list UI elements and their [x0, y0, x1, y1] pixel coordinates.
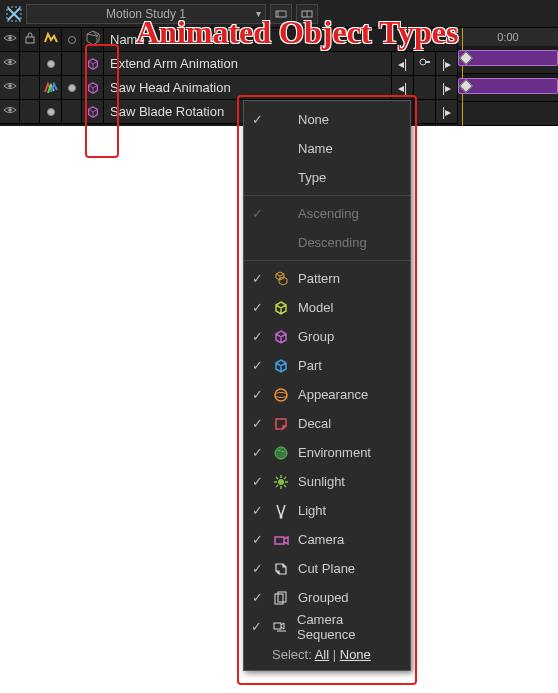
check-icon: ✓: [250, 329, 264, 344]
check-icon: ✓: [250, 358, 264, 373]
chevron-down-icon: ▾: [256, 8, 261, 19]
visibility-header-icon[interactable]: [3, 31, 17, 48]
toolbar: Motion Study 1 ▾: [0, 0, 558, 28]
name-column-header[interactable]: Name: [104, 28, 458, 51]
menu-item-label: Light: [298, 503, 326, 518]
motion-study-dropdown[interactable]: Motion Study 1 ▾: [26, 4, 266, 24]
menu-item-label: Camera: [298, 532, 344, 547]
menu-separator: [244, 260, 410, 261]
svg-line-21: [284, 485, 286, 487]
svg-point-14: [275, 447, 287, 459]
track-name[interactable]: Extend Arm Animation: [104, 52, 392, 75]
svg-rect-9: [425, 61, 430, 63]
svg-point-12: [275, 389, 287, 401]
visibility-icon[interactable]: [3, 55, 17, 72]
menu-item-label: Name: [298, 141, 333, 156]
menu-filter-decal[interactable]: ✓ Decal: [244, 409, 410, 438]
key-icon[interactable]: [419, 56, 431, 71]
check-icon: ✓: [250, 271, 264, 286]
playhead[interactable]: [462, 28, 463, 126]
svg-point-15: [278, 479, 284, 485]
menu-item-label: Type: [298, 170, 326, 185]
menu-filter-pattern[interactable]: ✓ Pattern: [244, 264, 410, 293]
svg-point-24: [280, 515, 283, 518]
next-key-icon[interactable]: |▸: [442, 105, 451, 119]
footer-select-label: Select:: [272, 647, 312, 662]
track-row[interactable]: Saw Head Animation ◂| |▸: [0, 76, 458, 100]
check-icon: ✓: [250, 561, 264, 576]
menu-filter-appearance[interactable]: ✓ Appearance: [244, 380, 410, 409]
svg-rect-28: [274, 623, 281, 629]
curve-indicator-icon[interactable]: [44, 82, 58, 94]
cutplane-icon: [272, 561, 290, 577]
menu-sort-type[interactable]: Type: [244, 163, 410, 192]
keyframe-icon[interactable]: [459, 79, 473, 93]
menu-sort-none[interactable]: ✓ None: [244, 105, 410, 134]
track-name[interactable]: Saw Head Animation: [104, 76, 392, 99]
menu-filter-cutplane[interactable]: ✓ Cut Plane: [244, 554, 410, 583]
filter-sort-menu: ✓ None Name Type ✓ Ascending Descending …: [243, 100, 411, 671]
check-icon: ✓: [250, 112, 264, 127]
menu-filter-light[interactable]: ✓ Light: [244, 496, 410, 525]
menu-sort-descending[interactable]: Descending: [244, 228, 410, 257]
keyframe-icon[interactable]: [459, 51, 473, 65]
menu-filter-camera-sequence[interactable]: ✓ Camera Sequence: [244, 612, 410, 641]
prev-key-icon[interactable]: ◂|: [398, 57, 407, 71]
lock-header-icon[interactable]: [24, 32, 36, 47]
menu-item-label: Group: [298, 329, 334, 344]
keyed-indicator[interactable]: [47, 60, 55, 68]
part-icon: [272, 358, 290, 374]
menu-filter-camera[interactable]: ✓ Camera: [244, 525, 410, 554]
menu-item-label: Part: [298, 358, 322, 373]
decal-icon: [272, 416, 290, 432]
track-row[interactable]: Extend Arm Animation ◂| |▸: [0, 52, 458, 76]
selection-indicator[interactable]: [68, 84, 76, 92]
svg-line-22: [284, 477, 286, 479]
menu-select-footer: Select: All | None: [244, 641, 410, 666]
menu-separator: [244, 195, 410, 196]
select-none-link[interactable]: None: [340, 647, 371, 662]
menu-sort-name[interactable]: Name: [244, 134, 410, 163]
menu-item-label: Ascending: [298, 206, 359, 221]
next-key-icon[interactable]: |▸: [442, 81, 451, 95]
menu-filter-sunlight[interactable]: ✓ Sunlight: [244, 467, 410, 496]
toolbar-button-2[interactable]: [296, 4, 318, 24]
prev-key-icon[interactable]: ◂|: [398, 81, 407, 95]
check-icon: ✓: [250, 387, 264, 402]
menu-filter-grouped[interactable]: ✓ Grouped: [244, 583, 410, 612]
menu-item-label: Decal: [298, 416, 331, 431]
keyed-header-icon[interactable]: [44, 32, 58, 47]
next-key-icon[interactable]: |▸: [442, 57, 451, 71]
menu-item-label: Sunlight: [298, 474, 345, 489]
svg-point-13: [275, 392, 287, 397]
appearance-icon: [272, 387, 290, 403]
keyed-indicator[interactable]: [47, 108, 55, 116]
type-header-icon[interactable]: [85, 30, 101, 49]
selection-header-icon[interactable]: [68, 36, 76, 44]
visibility-icon[interactable]: [3, 103, 17, 120]
toolbar-button-1[interactable]: [270, 4, 292, 24]
clip[interactable]: [458, 78, 558, 94]
timeline-area[interactable]: 0:00: [458, 28, 558, 126]
clip[interactable]: [458, 50, 558, 66]
menu-sort-ascending[interactable]: ✓ Ascending: [244, 199, 410, 228]
menu-filter-group[interactable]: ✓ Group: [244, 322, 410, 351]
menu-filter-model[interactable]: ✓ Model: [244, 293, 410, 322]
grouped-icon: [272, 590, 290, 606]
check-icon: ✓: [250, 590, 264, 605]
menu-item-label: Grouped: [298, 590, 349, 605]
menu-filter-part[interactable]: ✓ Part: [244, 351, 410, 380]
deselect-icon[interactable]: [6, 6, 22, 22]
menu-item-label: None: [298, 112, 329, 127]
check-icon: ✓: [250, 503, 264, 518]
select-all-link[interactable]: All: [315, 647, 329, 662]
svg-rect-6: [26, 37, 34, 43]
check-icon: ✓: [250, 300, 264, 315]
menu-filter-environment[interactable]: ✓ Environment: [244, 438, 410, 467]
visibility-icon[interactable]: [3, 79, 17, 96]
tracks-header: Name: [0, 28, 458, 52]
timeline-ruler[interactable]: 0:00: [458, 28, 558, 46]
check-icon: ✓: [250, 619, 264, 634]
menu-item-label: Environment: [298, 445, 371, 460]
group-type-icon: [86, 81, 100, 95]
